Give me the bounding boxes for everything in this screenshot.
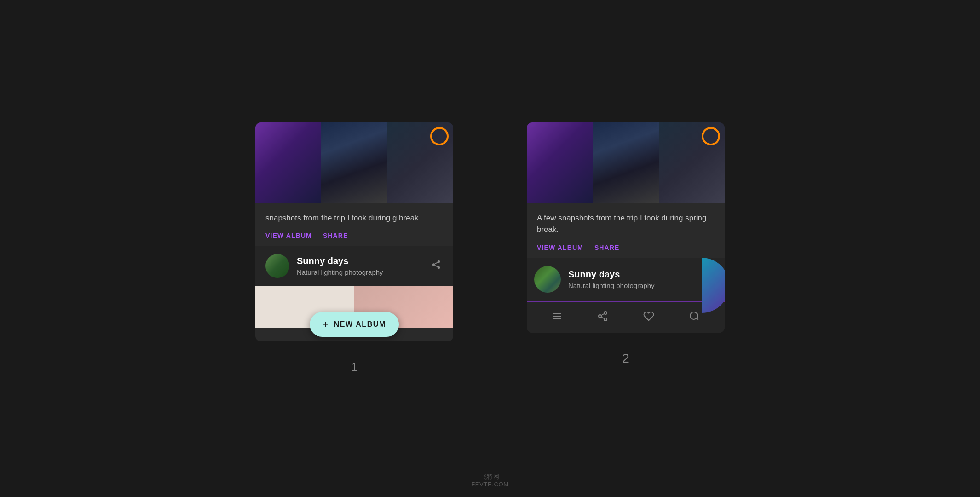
album-title-2: Sunny days [568, 269, 717, 280]
card-description-2: A few snapshots from the trip I took dur… [537, 212, 715, 236]
share-button-1[interactable]: SHARE [323, 232, 348, 239]
image-section-wrapper-1 [255, 122, 453, 203]
album-entry-2: Sunny days Natural lighting photography [527, 258, 725, 302]
album-title-1: Sunny days [297, 256, 422, 266]
album-info-1: Sunny days Natural lighting photography [297, 256, 422, 276]
like-button[interactable] [643, 311, 654, 324]
screen-number-2: 2 [622, 351, 629, 366]
image-tile-2 [321, 122, 387, 203]
album-entry-1: Sunny days Natural lighting photography [255, 246, 453, 286]
fab-container-1: + NEW ALBUM [310, 312, 399, 337]
share-action-icon [597, 311, 608, 322]
screen2-wrapper: A few snapshots from the trip I took dur… [527, 122, 725, 366]
album-avatar-1 [265, 254, 289, 278]
watermark-line2: FEVTE.COM [471, 481, 509, 488]
card-text-section-1: snapshots from the trip I took during g … [255, 203, 453, 246]
card-text-section-2: A few snapshots from the trip I took dur… [527, 203, 725, 258]
svg-rect-5 [553, 313, 561, 314]
album-subtitle-2: Natural lighting photography [568, 282, 717, 289]
svg-point-2 [438, 266, 440, 269]
card-description-1: snapshots from the trip I took during g … [265, 212, 443, 224]
svg-point-1 [432, 264, 435, 266]
share-button-2[interactable]: SHARE [594, 244, 620, 251]
watermark: 飞特网 FEVTE.COM [471, 473, 509, 488]
card-actions-1: VIEW ALBUM SHARE [265, 232, 443, 239]
main-container: snapshots from the trip I took during g … [228, 95, 752, 403]
svg-point-0 [438, 260, 440, 263]
share-action-button[interactable] [597, 311, 608, 324]
view-album-button-2[interactable]: VIEW ALBUM [537, 244, 583, 251]
album-info-2: Sunny days Natural lighting photography [568, 269, 717, 289]
notification-indicator-2[interactable] [702, 127, 720, 145]
fab-label: NEW ALBUM [334, 320, 386, 329]
new-album-fab[interactable]: + NEW ALBUM [310, 312, 399, 337]
svg-line-4 [435, 262, 438, 264]
card-image-section-1 [255, 122, 453, 203]
album-thumb-2 [534, 266, 561, 293]
fab-plus-icon: + [323, 318, 329, 330]
svg-rect-6 [553, 316, 561, 317]
phone-screen-2: A few snapshots from the trip I took dur… [527, 122, 725, 333]
svg-point-8 [604, 312, 607, 314]
image-tile-1 [255, 122, 321, 203]
screen-number-1: 1 [351, 360, 358, 375]
card-actions-2: VIEW ALBUM SHARE [537, 244, 715, 251]
notification-indicator-1[interactable] [430, 127, 449, 145]
deco-circle [702, 258, 725, 313]
album-avatar-2 [534, 266, 561, 293]
heart-icon [643, 311, 654, 322]
screen1-wrapper: snapshots from the trip I took during g … [255, 122, 453, 375]
svg-line-14 [697, 318, 698, 320]
svg-line-3 [435, 266, 438, 267]
action-bar-2 [527, 302, 725, 333]
album-thumb-1 [265, 254, 289, 278]
album-section-1: Sunny days Natural lighting photography [255, 246, 453, 328]
svg-point-10 [604, 318, 607, 321]
image-section-wrapper-2 [527, 122, 725, 203]
search-icon [689, 311, 700, 322]
card-image-section-2 [527, 122, 725, 203]
svg-rect-7 [553, 318, 561, 319]
svg-line-12 [601, 313, 605, 315]
image-tile-5 [593, 122, 658, 203]
deco-circle-inner [702, 258, 725, 313]
image-tile-4 [527, 122, 593, 203]
svg-point-9 [599, 315, 601, 318]
share-icon-1 [431, 260, 441, 270]
menu-button[interactable] [552, 311, 563, 324]
svg-line-11 [601, 317, 605, 318]
album-subtitle-1: Natural lighting photography [297, 268, 422, 276]
menu-icon [552, 311, 563, 322]
album-share-button-1[interactable] [429, 258, 443, 274]
phone-screen-1: snapshots from the trip I took during g … [255, 122, 453, 342]
svg-point-13 [690, 312, 698, 319]
watermark-line1: 飞特网 [471, 473, 509, 481]
search-button[interactable] [689, 311, 700, 324]
view-album-button-1[interactable]: VIEW ALBUM [265, 232, 312, 239]
